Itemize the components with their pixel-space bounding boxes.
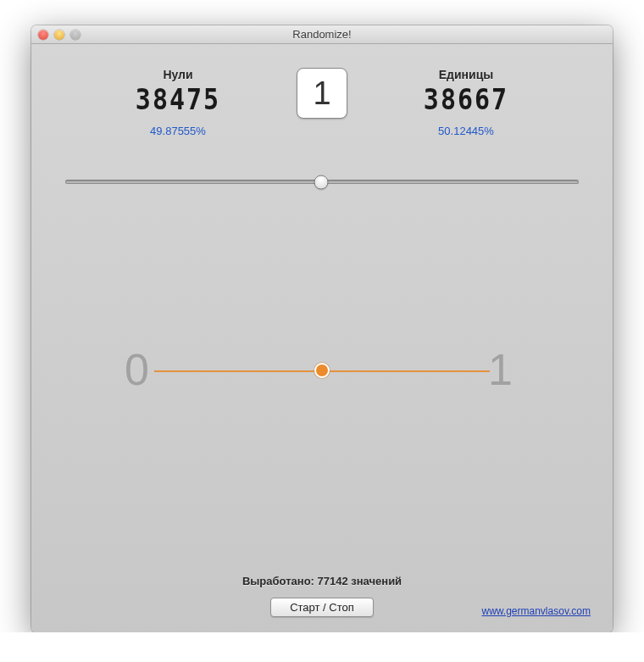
content-area: Нули 38475 49.87555% 1 Единицы 38667 50.…	[31, 44, 613, 632]
zeros-percent: 49.87555%	[85, 125, 271, 137]
stats-row: Нули 38475 49.87555% 1 Единицы 38667 50.…	[31, 68, 613, 137]
viz-zero-label: 0	[125, 344, 149, 395]
ones-percent: 50.12445%	[373, 125, 559, 137]
slider-track	[65, 180, 579, 184]
current-value-box: 1	[297, 68, 347, 119]
viz-one-label: 1	[488, 344, 513, 395]
viz-dot-icon	[314, 363, 330, 378]
ones-label: Единицы	[373, 68, 559, 81]
visualizer: 0 1	[133, 341, 511, 400]
balance-slider[interactable]	[65, 180, 579, 184]
zeros-label: Нули	[85, 68, 271, 81]
ones-column: Единицы 38667 50.12445%	[373, 68, 559, 137]
start-stop-button[interactable]: Старт / Стоп	[270, 598, 374, 617]
window-title: Randomize!	[31, 28, 613, 41]
app-window: Randomize! Нули 38475 49.87555% 1 Единиц…	[31, 25, 613, 632]
author-link[interactable]: www.germanvlasov.com	[482, 605, 591, 617]
current-value: 1	[313, 75, 330, 112]
zeros-count: 38475	[85, 83, 271, 116]
generated-text: Выработано: 77142 значений	[31, 575, 613, 587]
zeros-column: Нули 38475 49.87555%	[85, 68, 271, 137]
titlebar: Randomize!	[31, 25, 613, 44]
ones-count: 38667	[373, 83, 559, 116]
slider-thumb[interactable]	[314, 175, 328, 189]
